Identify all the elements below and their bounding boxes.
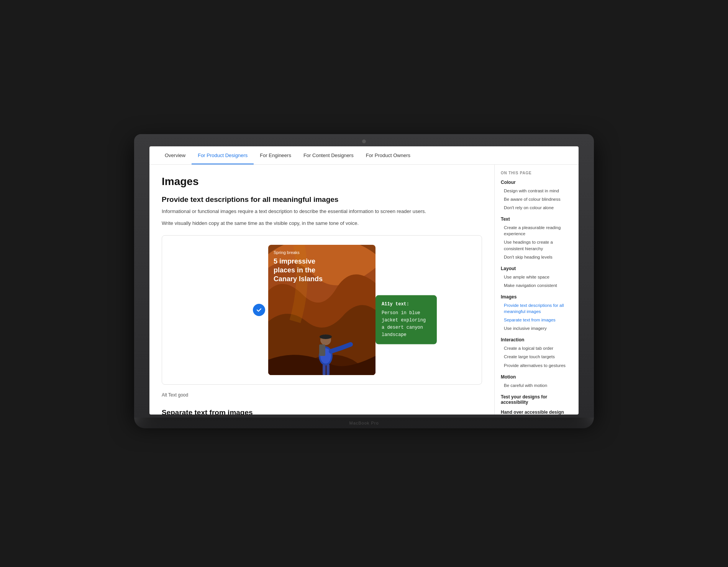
svg-point-5 bbox=[320, 334, 332, 339]
sidebar-category-layout: Layout bbox=[501, 266, 572, 271]
sidebar-link-touch-targets[interactable]: Create large touch targets bbox=[501, 352, 572, 361]
navigation-bar: Overview For Product Designers For Engin… bbox=[149, 146, 579, 165]
sidebar-category-test: Test your designs for accessibility bbox=[501, 394, 572, 405]
spring-breaks-label: Spring breaks bbox=[274, 250, 370, 255]
section1-para2: Write visually hidden copy at the same t… bbox=[162, 220, 482, 228]
image-demo-box: Spring breaks 5 impressive places in the… bbox=[162, 235, 482, 385]
section2-heading: Separate text from images bbox=[162, 408, 482, 415]
sidebar-link-motion[interactable]: Be careful with motion bbox=[501, 381, 572, 390]
svg-rect-7 bbox=[323, 364, 326, 375]
canyon-overlay: Spring breaks 5 impressive places in the… bbox=[268, 245, 375, 289]
sidebar-link-separate-text[interactable]: Separate text from images bbox=[501, 316, 572, 324]
sidebar-category-motion: Motion bbox=[501, 374, 572, 380]
sidebar-link-colour-blindness[interactable]: Be aware of colour blindness bbox=[501, 195, 572, 203]
laptop-brand: MacBook Pro bbox=[349, 421, 379, 425]
sidebar-link-tab-order[interactable]: Create a logical tab order bbox=[501, 344, 572, 352]
sidebar-category-colour: Colour bbox=[501, 180, 572, 185]
main-content: Images Provide text descriptions for all… bbox=[149, 165, 494, 415]
sidebar-link-reading-experience[interactable]: Create a pleasurable reading experience bbox=[501, 223, 572, 238]
tab-for-product-owners[interactable]: For Product Owners bbox=[360, 147, 416, 164]
laptop-wrapper: Overview For Product Designers For Engin… bbox=[134, 134, 594, 433]
sidebar-link-headings[interactable]: Use headings to create a consistent hier… bbox=[501, 238, 572, 252]
laptop-base: MacBook Pro bbox=[134, 418, 594, 428]
sidebar-category-text: Text bbox=[501, 216, 572, 222]
sidebar-link-navigation[interactable]: Make navigation consistent bbox=[501, 281, 572, 290]
svg-rect-6 bbox=[319, 344, 325, 356]
svg-rect-8 bbox=[326, 364, 330, 375]
alt-text-caption: Alt Text good bbox=[162, 392, 482, 398]
content-area: Images Provide text descriptions for all… bbox=[149, 165, 579, 415]
sidebar-link-inclusive-imagery[interactable]: Use inclusive imagery bbox=[501, 324, 572, 333]
demo-inner: Spring breaks 5 impressive places in the… bbox=[268, 245, 375, 375]
a11y-text-bubble: A11y text: Person in blue jacket explori… bbox=[375, 295, 437, 344]
sidebar-link-text-descriptions[interactable]: Provide text descriptions for all meanin… bbox=[501, 301, 572, 316]
sidebar-link-colour-alone[interactable]: Don't rely on colour alone bbox=[501, 203, 572, 212]
sidebar: ON THIS PAGE Colour Design with contrast… bbox=[494, 165, 579, 415]
canyon-image: Spring breaks 5 impressive places in the… bbox=[268, 245, 375, 375]
canyon-headline: 5 impressive places in the Canary Island… bbox=[274, 257, 370, 284]
tab-for-product-designers[interactable]: For Product Designers bbox=[192, 147, 254, 164]
section1-heading: Provide text descriptions for all meanin… bbox=[162, 195, 482, 204]
laptop-screen: Overview For Product Designers For Engin… bbox=[149, 146, 579, 415]
sidebar-category-images: Images bbox=[501, 294, 572, 300]
sidebar-link-heading-levels[interactable]: Don't skip heading levels bbox=[501, 253, 572, 261]
webcam bbox=[362, 139, 366, 143]
sidebar-category-handover: Hand over accessible design specs bbox=[501, 410, 572, 415]
sidebar-link-white-space[interactable]: Use ample white space bbox=[501, 273, 572, 281]
a11y-label: A11y text: bbox=[382, 300, 431, 308]
tab-for-content-designers[interactable]: For Content Designers bbox=[297, 147, 360, 164]
sidebar-link-gestures[interactable]: Provide alternatives to gestures bbox=[501, 361, 572, 370]
sidebar-link-contrast[interactable]: Design with contrast in mind bbox=[501, 187, 572, 195]
section1-para1: Informational or functional images requi… bbox=[162, 208, 482, 216]
check-circle bbox=[253, 304, 265, 316]
tab-overview[interactable]: Overview bbox=[159, 147, 192, 164]
a11y-text: Person in blue jacket exploring a desert… bbox=[382, 309, 431, 339]
sidebar-title: ON THIS PAGE bbox=[501, 171, 572, 175]
tab-for-engineers[interactable]: For Engineers bbox=[254, 147, 297, 164]
sidebar-category-interaction: Interaction bbox=[501, 337, 572, 342]
laptop-body: Overview For Product Designers For Engin… bbox=[134, 134, 594, 418]
page-title: Images bbox=[162, 175, 482, 188]
